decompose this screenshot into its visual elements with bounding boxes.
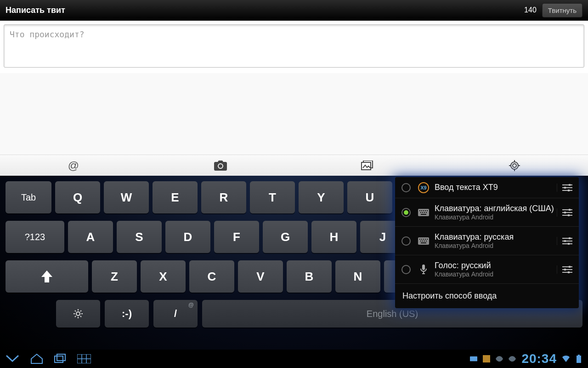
attachment-toolbar: @	[0, 155, 588, 176]
ime-option-settings[interactable]	[557, 208, 572, 217]
svg-rect-33	[426, 241, 427, 242]
svg-rect-42	[55, 356, 63, 362]
ime-option-settings[interactable]	[557, 184, 572, 192]
key-x[interactable]: X	[141, 260, 186, 293]
key-h[interactable]: H	[311, 221, 356, 253]
input-method-popup: X9 Ввод текста XT9 Клавиатура: английска…	[395, 177, 579, 308]
svg-rect-36	[564, 240, 566, 242]
svg-rect-35	[569, 237, 571, 239]
svg-rect-22	[564, 212, 566, 213]
key-tab[interactable]: Tab	[6, 181, 51, 213]
nav-recents[interactable]	[54, 354, 66, 364]
appbar-title: Написать твит	[6, 6, 65, 15]
svg-rect-37	[568, 243, 570, 245]
svg-rect-12	[421, 210, 422, 211]
svg-text:X9: X9	[420, 185, 426, 190]
compose-textarea[interactable]	[4, 24, 584, 68]
svg-rect-17	[422, 212, 423, 213]
compose-container	[0, 21, 588, 73]
ime-option-settings[interactable]	[557, 265, 572, 274]
ime-option-title: Ввод текста XT9	[435, 183, 557, 192]
status-app-icon[interactable]	[483, 355, 490, 362]
key-q[interactable]: Q	[55, 181, 100, 213]
svg-rect-11	[419, 210, 420, 211]
svg-rect-25	[419, 239, 420, 240]
char-count: 140	[524, 6, 537, 14]
system-navbar: 20:34	[0, 350, 588, 368]
radio-unselected[interactable]	[401, 183, 411, 192]
svg-rect-13	[423, 210, 424, 211]
svg-point-2	[513, 164, 516, 167]
svg-rect-16	[420, 212, 421, 213]
svg-rect-21	[569, 209, 571, 211]
radio-unselected[interactable]	[401, 265, 411, 274]
wifi-icon[interactable]	[562, 355, 570, 362]
gallery-button[interactable]	[294, 155, 441, 176]
status-notification-icon[interactable]	[496, 355, 503, 362]
at-icon: @	[68, 159, 79, 172]
key-v[interactable]: V	[238, 260, 283, 293]
key-symbols[interactable]: ?123	[6, 221, 64, 253]
status-keyboard-icon[interactable]	[470, 355, 477, 362]
ime-option-title: Клавиатура: русская	[435, 232, 557, 242]
mention-button[interactable]: @	[0, 155, 147, 176]
ime-option-settings[interactable]	[557, 237, 572, 245]
svg-rect-29	[427, 239, 428, 240]
key-n[interactable]: N	[335, 260, 380, 293]
svg-rect-30	[420, 241, 421, 242]
camera-button[interactable]	[147, 155, 294, 176]
key-r[interactable]: R	[201, 181, 246, 213]
svg-rect-48	[577, 356, 581, 363]
radio-selected[interactable]	[401, 208, 411, 217]
svg-rect-41	[568, 271, 570, 273]
keyboard-icon	[417, 236, 430, 246]
key-y[interactable]: Y	[299, 181, 344, 213]
svg-rect-40	[564, 269, 566, 270]
ime-option-subtitle: Клавиатура Android	[435, 242, 557, 249]
key-slash[interactable]: / @	[153, 300, 198, 328]
svg-rect-31	[422, 241, 423, 242]
key-d[interactable]: D	[165, 221, 210, 253]
ime-option-voice[interactable]: Голос: русский Клавиатура Android	[395, 255, 579, 284]
tweet-button[interactable]: Твитнуть	[542, 3, 582, 17]
key-emoticon[interactable]: :-)	[105, 300, 149, 328]
key-shift[interactable]	[6, 260, 88, 293]
nav-home[interactable]	[30, 353, 43, 364]
nav-apps[interactable]	[77, 354, 91, 363]
key-s[interactable]: S	[117, 221, 162, 253]
key-b[interactable]: B	[287, 260, 332, 293]
key-z[interactable]: Z	[92, 260, 137, 293]
key-settings[interactable]	[56, 300, 100, 328]
status-clock[interactable]: 20:34	[521, 351, 557, 366]
svg-rect-18	[424, 212, 425, 213]
svg-rect-43	[57, 354, 65, 361]
shift-icon	[40, 270, 53, 282]
status-notification-icon-2[interactable]	[509, 355, 516, 362]
key-t[interactable]: T	[250, 181, 295, 213]
ime-configure-link[interactable]: Настроить способ ввода	[395, 284, 579, 308]
nav-back[interactable]	[6, 355, 19, 363]
svg-rect-9	[568, 190, 570, 191]
radio-unselected[interactable]	[401, 236, 411, 246]
key-f[interactable]: F	[214, 221, 259, 253]
sliders-icon	[562, 265, 572, 274]
location-button[interactable]	[441, 155, 588, 176]
key-e[interactable]: E	[153, 181, 198, 213]
key-w[interactable]: W	[104, 181, 149, 213]
blank-area	[0, 73, 588, 155]
svg-rect-28	[425, 239, 426, 240]
key-u[interactable]: U	[347, 181, 392, 213]
key-c[interactable]: C	[189, 260, 234, 293]
recents-icon	[54, 354, 66, 364]
battery-icon[interactable]	[575, 355, 582, 362]
ime-option-english[interactable]: Клавиатура: английская (США) Клавиатура …	[395, 198, 579, 227]
gear-icon	[73, 309, 83, 319]
key-a[interactable]: A	[68, 221, 113, 253]
key-slash-label: /	[174, 308, 177, 320]
ime-option-russian[interactable]: Клавиатура: русская Клавиатура Android	[395, 227, 579, 255]
ime-option-xt9[interactable]: X9 Ввод текста XT9	[395, 177, 579, 198]
key-g[interactable]: G	[263, 221, 308, 253]
svg-rect-15	[427, 210, 428, 211]
svg-rect-39	[569, 266, 571, 268]
svg-rect-14	[425, 210, 426, 211]
